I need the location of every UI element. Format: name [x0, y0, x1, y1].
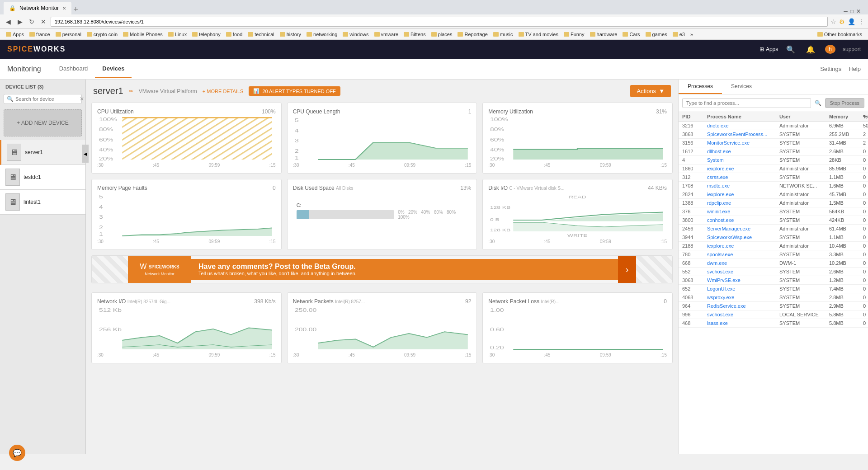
- proc-user: SYSTEM: [779, 295, 829, 300]
- address-input[interactable]: [51, 17, 828, 27]
- notification-icon[interactable]: 🔔: [806, 45, 815, 54]
- proc-pid: 964: [682, 303, 707, 309]
- table-row[interactable]: 312 csrss.exe SYSTEM 1.1MB 0: [679, 173, 868, 182]
- table-row[interactable]: 3068 WmiPrvSE.exe SYSTEM 1.2MB 0: [679, 276, 868, 285]
- table-row[interactable]: 3156 MonitorService.exe SYSTEM 31.4MB 2: [679, 139, 868, 147]
- table-row[interactable]: 3800 conhost.exe SYSTEM 424KB 0: [679, 216, 868, 225]
- bookmark-cars[interactable]: Cars: [620, 31, 642, 38]
- proc-search-input[interactable]: [682, 98, 811, 108]
- search-device-input[interactable]: [15, 96, 78, 102]
- minimize-button[interactable]: ─: [844, 8, 848, 14]
- svg-text:2: 2: [99, 225, 103, 230]
- table-row[interactable]: 996 svchost.exe LOCAL SERVICE 5.8MB 0: [679, 310, 868, 319]
- bookmark-personal[interactable]: personal: [53, 31, 84, 38]
- table-row[interactable]: 552 svchost.exe SYSTEM 2.6MB 0: [679, 268, 868, 276]
- table-row[interactable]: 964 RedisService.exe SYSTEM 2.9MB 0: [679, 302, 868, 310]
- topbar-apps-button[interactable]: ⊞ Apps: [760, 46, 778, 52]
- user-icon[interactable]: 👤: [848, 18, 855, 25]
- restore-button[interactable]: □: [850, 8, 854, 14]
- active-tab[interactable]: 🔒 Network Monitor ✕: [4, 2, 71, 14]
- bookmark-star-icon[interactable]: ☆: [830, 18, 836, 25]
- table-row[interactable]: 2824 iexplore.exe Administrator 45.7MB 0: [679, 190, 868, 199]
- tab-close-button[interactable]: ✕: [62, 6, 66, 11]
- reload-button[interactable]: ↻: [27, 17, 36, 26]
- tab-devices[interactable]: Devices: [95, 60, 132, 78]
- bookmark-crypto[interactable]: crypto coin: [85, 31, 120, 38]
- support-link[interactable]: support: [843, 46, 861, 52]
- help-link[interactable]: Help: [849, 66, 861, 72]
- table-row[interactable]: 3944 SpiceworksWsp.exe SYSTEM 1.1MB 0: [679, 233, 868, 242]
- close-window-button[interactable]: ✕: [856, 8, 861, 14]
- banner-arrow-button[interactable]: ›: [618, 256, 636, 283]
- add-device-button[interactable]: + ADD NEW DEVICE: [4, 109, 82, 136]
- net-io-title: Network I/O Intel(R) 82574L Gig... 398 K…: [97, 298, 276, 305]
- proc-memory: 1.2MB: [829, 277, 863, 283]
- bookmark-networking[interactable]: networking: [304, 31, 340, 38]
- table-row[interactable]: 780 spoolsv.exe SYSTEM 3.3MB 0: [679, 250, 868, 259]
- table-row[interactable]: 1708 msdtc.exe NETWORK SE... 1.6MB 0: [679, 182, 868, 190]
- table-row[interactable]: 668 dwm.exe DWM-1 10.2MB 0: [679, 259, 868, 268]
- table-row[interactable]: 1612 dllhost.exe SYSTEM 2.6MB 0: [679, 147, 868, 156]
- table-row[interactable]: 468 lsass.exe SYSTEM 5.8MB 0: [679, 319, 868, 328]
- back-button[interactable]: ◀: [4, 17, 13, 26]
- device-item-testdc1[interactable]: 🖥 testdc1: [0, 165, 85, 190]
- bookmark-hardware[interactable]: hardware: [588, 31, 620, 38]
- bookmark-e3[interactable]: e3: [670, 31, 687, 38]
- more-details-link[interactable]: + MORE DETAILS: [203, 89, 244, 94]
- forward-button[interactable]: ▶: [15, 17, 24, 26]
- bookmark-games[interactable]: games: [643, 31, 670, 38]
- extensions-icon[interactable]: ⚙: [839, 18, 845, 25]
- bookmark-other[interactable]: Other bookmarks: [815, 31, 864, 38]
- search-icon[interactable]: 🔍: [786, 45, 795, 54]
- proc-name: wsproxy.exe: [707, 295, 779, 300]
- bookmark-france[interactable]: france: [27, 31, 52, 38]
- device-item-lintest1[interactable]: 🖥 lintest1: [0, 190, 85, 215]
- bookmark-reportage[interactable]: Reportage: [455, 31, 490, 38]
- bookmark-music[interactable]: music: [491, 31, 515, 38]
- proc-name: SpiceworksWsp.exe: [707, 235, 779, 240]
- table-row[interactable]: 1860 iexplore.exe Administrator 85.9MB 0: [679, 164, 868, 173]
- sidebar-collapse-button[interactable]: ◀: [82, 145, 89, 163]
- proc-user: NETWORK SE...: [779, 183, 829, 188]
- bookmark-vmware[interactable]: vmware: [372, 31, 401, 38]
- bookmark-food[interactable]: food: [224, 31, 245, 38]
- tab-services[interactable]: Services: [722, 80, 761, 94]
- table-row[interactable]: 1388 rdpclip.exe Administrator 1.5MB 0: [679, 199, 868, 207]
- bookmark-technical[interactable]: technical: [245, 31, 276, 38]
- new-tab-button[interactable]: +: [73, 5, 78, 14]
- alert-badge[interactable]: 📊 20 ALERT TYPES TURNED OFF: [249, 86, 340, 96]
- stop-button[interactable]: ✕: [39, 17, 48, 26]
- user-avatar[interactable]: h: [825, 45, 835, 54]
- bookmark-windows[interactable]: windows: [340, 31, 371, 38]
- settings-link[interactable]: Settings: [820, 66, 841, 72]
- bookmark-more[interactable]: »: [688, 31, 695, 38]
- search-clear-button[interactable]: ✕: [80, 96, 84, 102]
- table-row[interactable]: 3868 SpiceworksEventProcess... SYSTEM 25…: [679, 130, 868, 139]
- bookmark-places[interactable]: places: [429, 31, 455, 38]
- bookmark-apps[interactable]: Apps: [4, 31, 26, 38]
- edit-icon[interactable]: ✏: [129, 88, 133, 94]
- table-row[interactable]: 2188 iexplore.exe Administrator 10.4MB 0: [679, 242, 868, 250]
- bookmark-history[interactable]: history: [278, 31, 303, 38]
- tab-processes[interactable]: Processes: [679, 80, 722, 94]
- table-row[interactable]: 2456 ServerManager.exe Administrator 61.…: [679, 225, 868, 233]
- menu-icon[interactable]: ⋮: [858, 18, 864, 25]
- table-row[interactable]: 3216 dnetc.exe Administrator 6.9MB 50: [679, 122, 868, 130]
- tab-dashboard[interactable]: Dashboard: [52, 60, 95, 78]
- address-bar-row: ◀ ▶ ↻ ✕ ☆ ⚙ 👤 ⋮: [0, 14, 868, 29]
- table-row[interactable]: 376 wininit.exe SYSTEM 564KB 0: [679, 207, 868, 216]
- table-row[interactable]: 652 LogonUI.exe SYSTEM 7.4MB 0: [679, 285, 868, 293]
- app: SPICEWORKS ⊞ Apps 🔍 🔔 h support Monitori…: [0, 40, 868, 454]
- actions-button[interactable]: Actions ▼: [630, 85, 671, 97]
- stop-process-button[interactable]: Stop Process: [825, 98, 864, 108]
- bookmark-tv[interactable]: TV and movies: [516, 31, 561, 38]
- bookmark-mobile[interactable]: Mobile Phones: [121, 31, 165, 38]
- bookmark-funny[interactable]: Funny: [561, 31, 587, 38]
- table-row[interactable]: 4068 wsproxy.exe SYSTEM 2.8MB 0: [679, 293, 868, 302]
- bookmark-linux[interactable]: Linux: [166, 31, 189, 38]
- device-item-server1[interactable]: 🖥 server1: [0, 140, 85, 165]
- bookmark-telephony[interactable]: telephony: [190, 31, 223, 38]
- proc-memory: 7.4MB: [829, 286, 863, 291]
- table-row[interactable]: 4 System SYSTEM 28KB 0: [679, 156, 868, 164]
- bookmark-bittens[interactable]: Bittens: [401, 31, 428, 38]
